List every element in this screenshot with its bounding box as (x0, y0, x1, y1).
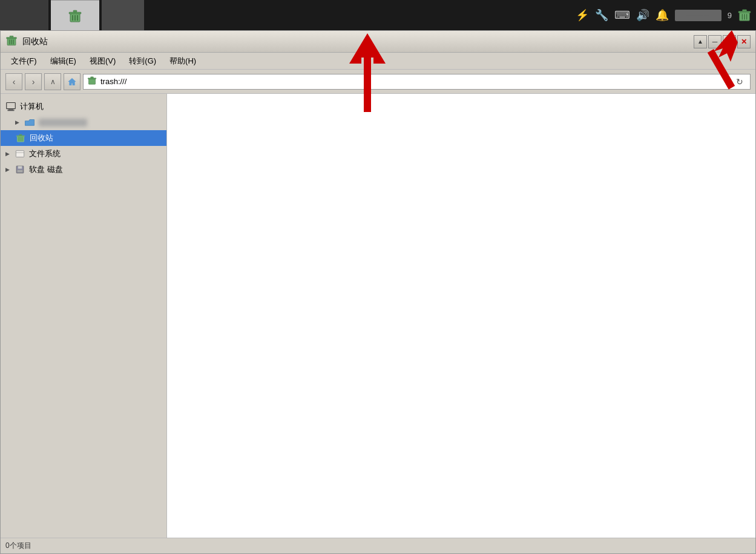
battery-icon: ⚡ (576, 8, 589, 22)
keyboard-icon: ⌨ (614, 8, 630, 22)
status-text: 0个项目 (5, 541, 31, 551)
menu-help[interactable]: 帮助(H) (164, 54, 202, 68)
window-close-button[interactable]: ✕ (737, 35, 751, 48)
address-bar-icon (87, 76, 97, 88)
home-button[interactable] (64, 73, 81, 90)
window-title: 回收站 (22, 36, 48, 47)
svg-rect-13 (7, 37, 17, 38)
sidebar-fs-expand-icon: ▶ (5, 151, 10, 157)
window-controls: ▲ ─ □ ✕ (694, 35, 751, 48)
svg-rect-26 (19, 134, 22, 136)
forward-button[interactable]: › (25, 73, 42, 90)
address-bar[interactable]: trash:/// ↻ (83, 74, 751, 90)
main-content-area (167, 94, 755, 538)
up-button[interactable]: ∧ (44, 73, 61, 90)
window-shade-button[interactable]: ▲ (694, 35, 707, 48)
notification-icon: 🔔 (656, 8, 669, 22)
window-minimize-button[interactable]: ─ (708, 35, 721, 48)
svg-rect-31 (17, 170, 22, 173)
reload-button[interactable]: ↻ (733, 75, 746, 88)
address-text: trash:/// (100, 77, 729, 86)
sidebar-computer-label: 计算机 (20, 101, 44, 112)
wifi-icon: 🔧 (595, 8, 608, 22)
window-maximize-button[interactable]: □ (723, 35, 736, 48)
sidebar-fs-label: 文件系统 (29, 148, 61, 159)
taskbar-trash-tray[interactable] (738, 8, 751, 22)
folder-icon (24, 117, 35, 128)
svg-rect-22 (8, 109, 14, 110)
svg-rect-2 (73, 10, 77, 12)
svg-rect-30 (18, 166, 22, 169)
content-area: 计算机 ▶ (1, 94, 755, 538)
sidebar-floppy-label: 软盘 磁盘 (29, 164, 63, 175)
volume-icon: 🔊 (636, 8, 649, 22)
sidebar-expand-icon: ▶ (15, 119, 19, 125)
menu-view[interactable]: 视图(V) (84, 54, 121, 68)
menu-bar: 文件(F) 编辑(E) 视图(V) 转到(G) 帮助(H) (1, 53, 755, 70)
sidebar-folder-label-blurred (39, 119, 87, 127)
sidebar-floppy-expand-icon: ▶ (5, 167, 10, 173)
main-pane (167, 94, 755, 538)
status-bar: 0个项目 (1, 538, 755, 553)
window-icon (5, 35, 18, 49)
sidebar-item-trash[interactable]: 回收站 (1, 130, 166, 146)
svg-rect-19 (88, 77, 96, 79)
taskbar-tab-2[interactable] (102, 0, 144, 30)
title-bar: 回收站 ▲ ─ □ ✕ (1, 31, 755, 53)
svg-rect-14 (10, 36, 13, 37)
computer-icon (5, 101, 16, 112)
sidebar-item-floppy[interactable]: ▶ 软盘 磁盘 (1, 162, 166, 177)
taskbar-apps (0, 0, 144, 30)
svg-rect-20 (91, 76, 94, 77)
svg-rect-8 (742, 10, 746, 12)
taskbar: ⚡ 🔧 ⌨ 🔊 🔔 ──── 9 (0, 0, 756, 30)
sidebar: 计算机 ▶ (1, 94, 167, 538)
menu-file[interactable]: 文件(F) (5, 54, 42, 68)
svg-rect-21 (7, 102, 16, 108)
svg-rect-27 (16, 151, 24, 157)
taskbar-tab-1[interactable] (0, 0, 48, 30)
sidebar-item-filesystem[interactable]: ▶ 文件系统 (1, 146, 166, 162)
svg-rect-1 (69, 12, 81, 14)
taskbar-tab-active[interactable] (51, 0, 99, 30)
back-button[interactable]: ‹ (5, 73, 22, 90)
menu-goto[interactable]: 转到(G) (123, 54, 162, 68)
taskbar-system-tray: ⚡ 🔧 ⌨ 🔊 🔔 ──── 9 (576, 8, 751, 22)
taskbar-info-text: ──── (675, 10, 721, 21)
sidebar-item-computer[interactable]: 计算机 (1, 99, 166, 114)
floppy-icon (15, 164, 25, 175)
file-manager-tab-icon (66, 8, 84, 24)
svg-rect-23 (7, 110, 15, 111)
sidebar-trash-label: 回收站 (30, 133, 53, 143)
file-manager-window: 回收站 ▲ ─ □ ✕ 文件(F) 编辑(E) 视图(V) 转到(G) 帮助(H… (0, 30, 756, 554)
trash-icon (15, 133, 26, 143)
svg-rect-18 (88, 78, 95, 84)
filesystem-icon (15, 148, 25, 159)
svg-rect-24 (17, 136, 24, 142)
taskbar-count: 9 (728, 11, 732, 20)
sidebar-item-folder[interactable]: ▶ (1, 114, 166, 130)
svg-rect-25 (16, 136, 25, 137)
svg-rect-7 (738, 12, 751, 13)
toolbar: ‹ › ∧ trash:/// ↻ (1, 70, 755, 94)
title-bar-left: 回收站 (5, 35, 48, 49)
menu-edit[interactable]: 编辑(E) (45, 54, 82, 68)
